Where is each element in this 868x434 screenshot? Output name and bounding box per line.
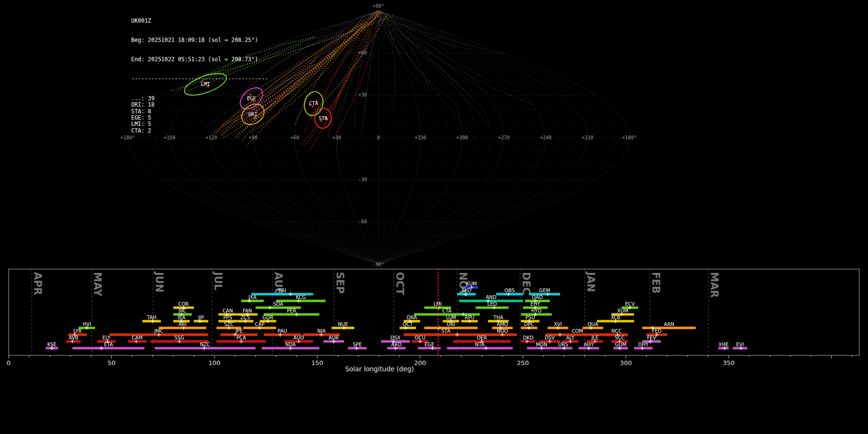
count-line-ORI: ORI: 18 xyxy=(131,102,268,108)
x-tick-label: 350 xyxy=(723,359,735,366)
x-tick-label: 0 xyxy=(7,359,11,366)
lon-tick-label: +300 xyxy=(456,135,468,140)
radiant-plot-page: LMIEGEORICTASTA+90°-90°+60+30-30-60+180°… xyxy=(0,0,868,434)
shower-label-SLD: SLD xyxy=(461,288,471,293)
shower-label-CAP: CAP xyxy=(255,322,265,327)
shower-label-AND: AND xyxy=(486,295,496,300)
shower-label-EVI: EVI xyxy=(736,342,744,347)
shower-label-NDA: NDA xyxy=(285,342,296,347)
shower-label-COM: COM xyxy=(572,328,583,334)
begin-time: Beg: 20251021 18:09:18 (sol = 208.25°) xyxy=(131,37,268,43)
shower-label-OER: OER xyxy=(477,335,487,340)
peak-marker-ETA xyxy=(99,346,103,350)
shower-label-NTA: NTA xyxy=(475,342,485,347)
shower-bar-NTA xyxy=(447,347,513,350)
x-tick-label: 250 xyxy=(517,359,529,366)
shower-label-AUR: AUR xyxy=(328,335,339,340)
shower-label-OCT: OCT xyxy=(403,322,413,327)
shower-label-CAM: CAM xyxy=(132,335,142,340)
x-tick-label: 150 xyxy=(311,359,323,366)
shower-label-DAD: DAD xyxy=(532,295,542,300)
shower-label-PCA: PCA xyxy=(236,335,246,340)
shower-label-RPU: RPU xyxy=(464,315,474,320)
month-label-DEC: DEC xyxy=(520,272,532,295)
shower-label-COR: COR xyxy=(178,301,189,307)
shower-label-ETA: ETA xyxy=(104,342,113,347)
x-tick-label: 300 xyxy=(620,359,632,366)
peak-marker-SDA xyxy=(268,306,272,310)
shower-label-FAN: FAN xyxy=(243,308,252,313)
x-tick-label: 100 xyxy=(208,359,220,366)
shower-label-JLE: JLE xyxy=(591,335,598,340)
meteor-trail-sporadic xyxy=(393,29,459,105)
shower-label-DSV: DSV xyxy=(545,335,555,340)
activity-timeline: APRMAYJUNJULAUGSEPOCTNOVDECJANFEBMARKUME… xyxy=(0,268,868,381)
shower-label-SSG: SSG xyxy=(175,335,184,340)
shower-label-HVI: HVI xyxy=(82,322,91,327)
x-tick-label: 200 xyxy=(414,359,426,366)
lon-tick-label: +240 xyxy=(540,135,552,140)
shower-label-OBS: OBS xyxy=(504,288,515,293)
shower-label-FED: FED xyxy=(652,328,662,334)
lon-tick-label: 0 xyxy=(377,135,380,140)
x-tick-label: 50 xyxy=(108,359,116,366)
shower-count-list: ...: 39ORI: 18STA: 8EGE: 5LMI: 5CTA: 2 xyxy=(131,95,268,134)
shower-label-JMC: JMC xyxy=(154,328,163,334)
count-line-LMI: LMI: 5 xyxy=(131,121,268,127)
month-label-JUN: JUN xyxy=(153,271,165,292)
shower-label-TAH: TAH xyxy=(147,315,157,320)
shower-label-LEO: LEO xyxy=(488,301,497,307)
shower-bar-QUA xyxy=(583,327,603,329)
shower-label-MON: MON xyxy=(536,342,547,347)
shower-bar-KCG xyxy=(276,300,326,302)
meteor-trail-STA xyxy=(301,29,369,145)
end-time: End: 20251022 05:51:23 (sol = 208.73°) xyxy=(131,56,268,63)
pole-label-north: +90° xyxy=(373,3,384,9)
shower-label-KSE: KSE xyxy=(47,342,56,347)
month-label-JAN: JAN xyxy=(585,271,597,292)
shower-label-ARD: ARD xyxy=(391,342,402,347)
shower-label-LUM: LUM xyxy=(446,315,456,320)
shower-label-DRA: DRA xyxy=(407,315,417,320)
shower-label-XUM: XUM xyxy=(617,308,628,313)
shower-label-DSX: DSX xyxy=(391,335,401,340)
shower-label-AUD: AUD xyxy=(294,335,304,340)
radiant-label-STA: STA xyxy=(318,115,328,121)
meteor-trail-sporadic xyxy=(390,17,471,50)
lat-tick-label: -60 xyxy=(358,219,367,224)
shower-label-IEA: IEA xyxy=(177,315,185,320)
sky-meridian xyxy=(379,11,588,264)
shower-label-ORI: ORI xyxy=(447,322,455,327)
shower-label-CTA: CTA xyxy=(442,308,451,313)
shower-label-NOO: NOO xyxy=(497,328,508,334)
shower-label-GEM: GEM xyxy=(539,288,550,293)
shower-label-ERI: ERI xyxy=(278,288,286,293)
shower-label-HYD: HYD xyxy=(531,308,542,313)
lon-tick-label: +180° xyxy=(622,135,637,140)
shower-label-JXA: JXA xyxy=(248,295,257,300)
month-label-OCT: OCT xyxy=(394,272,406,295)
month-label-MAR: MAR xyxy=(708,272,720,298)
shower-bar-COM xyxy=(545,334,609,336)
shower-label-KUM: KUM xyxy=(466,281,477,286)
shower-label-ALY: ALY xyxy=(566,335,575,340)
lat-tick-label: -30 xyxy=(358,177,367,182)
pole-label-south: -90° xyxy=(373,262,384,267)
shower-label-NUE: NUE xyxy=(338,322,348,327)
shower-label-DPC: DPC xyxy=(524,322,534,327)
shower-label-URS: URS xyxy=(558,342,568,347)
shower-label-GDR: GDR xyxy=(262,315,273,320)
shower-label-AHY: AHY xyxy=(584,342,594,347)
shower-label-PAU: PAU xyxy=(278,328,287,334)
x-axis-title: Solar longitude (deg) xyxy=(345,365,414,373)
shower-label-GUM: GUM xyxy=(615,342,626,347)
shower-label-LYR: LYR xyxy=(73,328,81,334)
shower-label-JIP: JIP xyxy=(198,315,204,320)
shower-label-JPE: JPE xyxy=(235,328,243,334)
month-label-SEP: SEP xyxy=(334,272,346,294)
shower-label-NIA: NIA xyxy=(317,328,326,334)
shower-label-PER: PER xyxy=(287,308,296,313)
shower-label-XHE: XHE xyxy=(719,342,729,347)
meteor-trail-sporadic xyxy=(260,14,373,58)
shower-bar-AAN xyxy=(642,327,696,329)
